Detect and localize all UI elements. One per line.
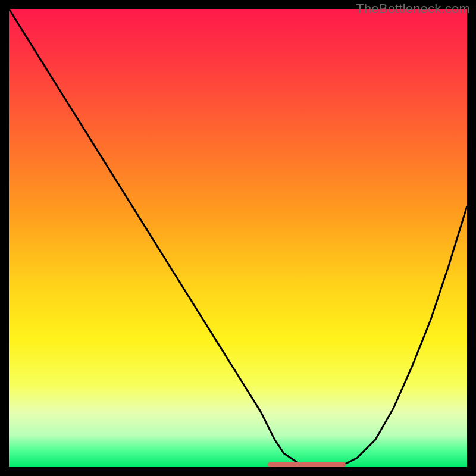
watermark-label: TheBottleneck.com [356,1,470,17]
bottleneck-chart [9,9,467,467]
